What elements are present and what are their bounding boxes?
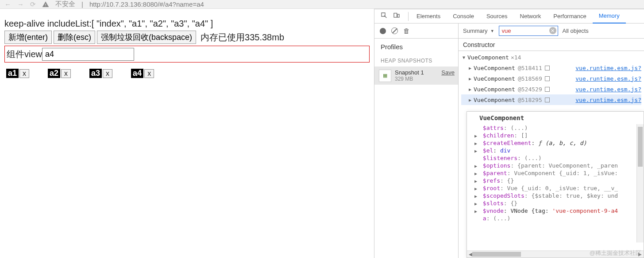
watermark: @稀土掘金技术社区 (590, 249, 641, 257)
source-link[interactable]: vue.runtime.esm.js? (575, 65, 641, 71)
chevron-down-icon: ▼ (490, 29, 494, 33)
twisty-icon[interactable]: ▶ (473, 133, 478, 138)
tab-label-a1[interactable]: a1 (6, 69, 19, 78)
app-area: keep-alive includeList:[ "index", "a1", … (0, 9, 374, 258)
snapshot-size: 329 MB (395, 76, 424, 82)
view-row: 组件view (4, 46, 370, 63)
property-line[interactable]: ▶ $options: {parent: VueComponent, _pare… (467, 162, 644, 169)
tab-pair: a4x (131, 69, 154, 78)
tab-close-a3[interactable]: x (103, 69, 112, 78)
object-row[interactable]: ▶VueComponent@518295vue.runtime.esm.js? (461, 94, 641, 105)
twisty-icon[interactable]: ▶ (467, 87, 473, 92)
property-line[interactable]: ▶ $scopedSlots: {$stable: true, $key: un… (467, 192, 644, 199)
snapshot-name: Snapshot 1 (395, 69, 424, 76)
heap-toolbar: Summary ▼ ✕ All objects (459, 23, 644, 39)
twisty-icon[interactable] (473, 216, 478, 221)
twisty-icon[interactable]: ▶ (473, 201, 478, 206)
include-list-text: keep-alive includeList:[ "index", "a1", … (4, 19, 371, 29)
property-line[interactable]: ▶ $vnode: VNode {tag: 'vue-component-9-a… (467, 207, 644, 215)
property-line[interactable]: ▶ $el: div (467, 147, 644, 154)
reload-icon[interactable]: ⟳ (30, 0, 36, 8)
devtools-tab-network[interactable]: Network (514, 9, 548, 23)
tab-label-a2[interactable]: a2 (48, 69, 60, 78)
gc-button[interactable]: 强制垃圾回收(backspace) (97, 31, 196, 44)
twisty-icon[interactable]: ▶ (473, 209, 478, 214)
source-link[interactable]: vue.runtime.esm.js? (575, 86, 641, 93)
tab-close-a4[interactable]: x (144, 69, 154, 78)
profiles-title: Profiles (374, 39, 458, 55)
svg-rect-1 (397, 14, 399, 17)
property-title: VueComponent (467, 112, 644, 124)
tabs-row: a1xa2xa3xa4x (6, 69, 371, 78)
snapshot-save-link[interactable]: Save (441, 69, 455, 76)
source-link[interactable]: vue.runtime.esm.js? (575, 75, 641, 82)
scrollbar-vertical[interactable] (636, 124, 644, 242)
view-label: 组件view (7, 48, 42, 60)
back-icon[interactable]: ← (4, 0, 11, 8)
devtools-tabs: ElementsConsoleSourcesNetworkPerformance… (374, 9, 644, 23)
property-line[interactable]: ▶ $root: Vue {_uid: 0, _isVue: true, __v… (467, 184, 644, 192)
profiles-toolbar: 🗑 (374, 23, 458, 39)
property-line[interactable]: ▶ $refs: {} (467, 177, 644, 184)
twisty-icon[interactable]: ▶ (473, 149, 478, 153)
twisty-icon[interactable]: ▶ (473, 164, 478, 168)
twisty-icon[interactable] (473, 126, 478, 131)
tab-close-a2[interactable]: x (61, 69, 71, 78)
devtools: ElementsConsoleSourcesNetworkPerformance… (374, 9, 644, 258)
twisty-icon[interactable]: ▶ (467, 76, 473, 81)
twisty-icon[interactable]: ▼ (461, 55, 467, 60)
twisty-icon[interactable]: ▶ (473, 171, 478, 176)
property-line[interactable]: $attrs: (...) (467, 124, 644, 132)
twisty-icon[interactable]: ▶ (467, 66, 473, 70)
url-text: http://10.7.23.136:8080/#/a4?name=a4 (89, 0, 204, 8)
object-row[interactable]: ▶VueComponent@518569vue.runtime.esm.js? (461, 73, 641, 84)
element-icon (545, 66, 550, 70)
twisty-icon[interactable]: ▶ (467, 98, 473, 102)
object-row[interactable]: ▶VueComponent@524529vue.runtime.esm.js? (461, 84, 641, 94)
devtools-tab-memory[interactable]: Memory (593, 9, 626, 23)
element-icon (545, 98, 550, 102)
all-objects-select[interactable]: All objects (563, 27, 589, 34)
twisty-icon[interactable]: ▶ (473, 141, 478, 146)
trash-icon[interactable]: 🗑 (403, 27, 410, 35)
record-icon[interactable] (380, 28, 386, 34)
property-line[interactable]: ▶ $createElement: ƒ (a, b, c, d) (467, 139, 644, 147)
devtools-tab-elements[interactable]: Elements (410, 9, 447, 23)
tab-pair: a1x (6, 69, 29, 78)
clear-filter-icon[interactable]: ✕ (549, 27, 556, 34)
constructor-root[interactable]: ▼VueComponent×14 (461, 52, 641, 63)
device-icon[interactable] (393, 12, 400, 20)
heap-snapshots-label: HEAP SNAPSHOTS (374, 55, 458, 66)
twisty-icon[interactable]: ▶ (473, 194, 478, 199)
twisty-icon[interactable]: ▶ (473, 179, 478, 184)
add-button[interactable]: 新增(enter) (4, 31, 52, 44)
property-line[interactable]: ▶ $parent: VueComponent {_uid: 1, _isVue… (467, 169, 644, 177)
svg-rect-0 (394, 13, 397, 17)
property-body[interactable]: $attrs: (...)▶ $children: []▶ $createEle… (467, 124, 644, 250)
profiles-column: 🗑 Profiles HEAP SNAPSHOTS ▦ Snapshot 1 3… (374, 23, 459, 258)
property-line[interactable]: ▶ $slots: {} (467, 199, 644, 207)
summary-select[interactable]: Summary ▼ (463, 27, 494, 34)
twisty-icon[interactable] (473, 156, 478, 161)
object-row[interactable]: ▶VueComponent@518411vue.runtime.esm.js? (461, 63, 641, 73)
tab-close-a1[interactable]: x (19, 69, 29, 78)
tab-label-a4[interactable]: a4 (131, 69, 143, 78)
devtools-tab-performance[interactable]: Performance (547, 9, 592, 23)
snapshot-item[interactable]: ▦ Snapshot 1 329 MB Save (374, 66, 458, 85)
forward-icon[interactable]: → (17, 0, 24, 8)
devtools-tab-console[interactable]: Console (447, 9, 480, 23)
button-row: 新增(enter) 删除(esc) 强制垃圾回收(backspace) 内存已使… (4, 31, 371, 44)
view-input[interactable] (42, 48, 134, 61)
devtools-tab-sources[interactable]: Sources (480, 9, 514, 23)
property-line[interactable]: a: (...) (467, 215, 644, 222)
delete-button[interactable]: 删除(esc) (54, 31, 95, 44)
inspect-icon[interactable] (381, 12, 388, 20)
clear-icon[interactable] (391, 27, 398, 34)
twisty-icon[interactable]: ▶ (473, 186, 478, 191)
tab-label-a3[interactable]: a3 (89, 69, 102, 78)
property-line[interactable]: ▶ $children: [] (467, 132, 644, 139)
source-link[interactable]: vue.runtime.esm.js? (575, 97, 641, 103)
property-line[interactable]: $listeners: (...) (467, 154, 644, 162)
memory-text: 内存已使用335.38mb (201, 31, 284, 43)
property-pane: VueComponent $attrs: (...)▶ $children: [… (467, 111, 644, 258)
